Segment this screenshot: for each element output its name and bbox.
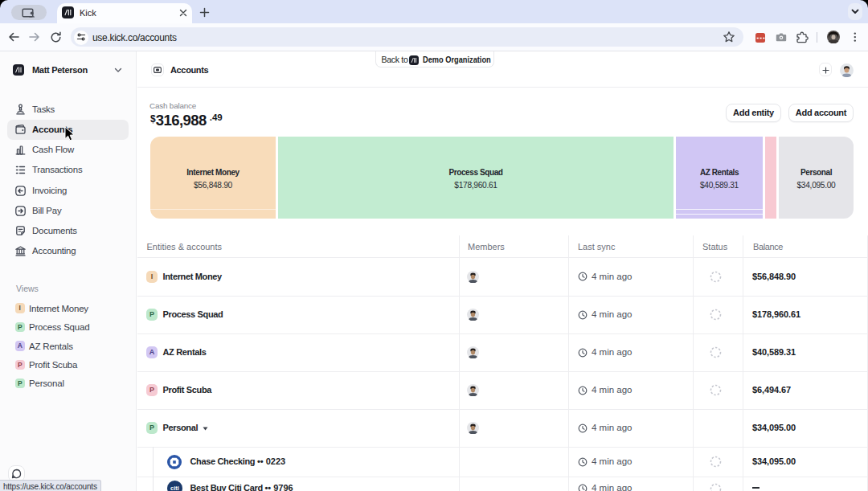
svg-text:citi: citi [170, 485, 179, 491]
